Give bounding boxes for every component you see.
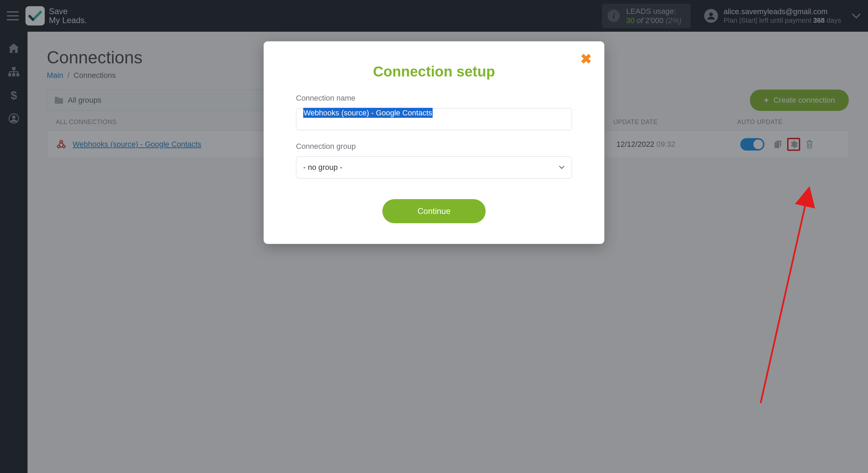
connection-group-select[interactable]: - no group - — [296, 156, 572, 178]
chevron-down-icon — [559, 165, 565, 169]
close-icon[interactable]: ✖ — [580, 51, 592, 67]
modal-overlay[interactable]: ✖ Connection setup Connection name Webho… — [0, 0, 868, 473]
connection-group-label: Connection group — [296, 142, 572, 151]
connection-name-input[interactable]: Webhooks (source) - Google Contacts — [296, 108, 572, 130]
connection-setup-modal: ✖ Connection setup Connection name Webho… — [264, 41, 604, 244]
modal-title: Connection setup — [296, 63, 572, 80]
connection-name-label: Connection name — [296, 94, 572, 103]
continue-button[interactable]: Continue — [382, 199, 486, 223]
